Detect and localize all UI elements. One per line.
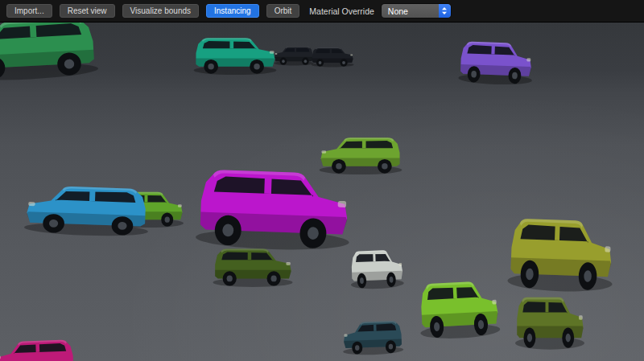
car-magenta-center bbox=[188, 150, 359, 253]
car-magenta-bottom-left bbox=[0, 330, 80, 361]
toolbar: Import... Reset view Visualize bounds In… bbox=[0, 0, 644, 23]
material-override-label: Material Override bbox=[309, 6, 374, 16]
car-dark-top-b bbox=[309, 43, 356, 68]
visualize-bounds-button[interactable]: Visualize bounds bbox=[122, 4, 199, 18]
instancing-button[interactable]: Instancing bbox=[206, 4, 259, 18]
model-viewer-app: Import... Reset view Visualize bounds In… bbox=[0, 0, 644, 361]
reset-view-button[interactable]: Reset view bbox=[60, 4, 115, 18]
select-chevrons-icon bbox=[439, 4, 451, 18]
orbit-button[interactable]: Orbit bbox=[266, 4, 300, 18]
car-purple-top-right bbox=[455, 31, 537, 86]
car-blue-left bbox=[19, 173, 156, 239]
car-teal-top bbox=[190, 29, 280, 76]
car-bright-green-bottom bbox=[414, 266, 504, 342]
import-button[interactable]: Import... bbox=[6, 4, 52, 18]
car-olive-right bbox=[502, 201, 620, 295]
material-override-select[interactable]: None bbox=[382, 4, 451, 18]
car-white-center bbox=[347, 240, 407, 290]
car-olive-bottom-right bbox=[512, 285, 588, 351]
car-darkgreen-center bbox=[209, 240, 296, 288]
car-green-top-left bbox=[0, 23, 105, 84]
viewport-3d[interactable] bbox=[0, 23, 644, 361]
material-override-value: None bbox=[382, 6, 439, 16]
car-teal-dark-bottom bbox=[339, 313, 407, 357]
